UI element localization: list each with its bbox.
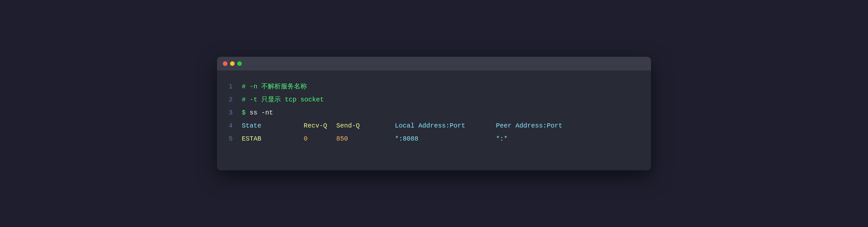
terminal-body: 1 # -n 不解析服务名称 2 # -t 只显示 tcp socket 3 $… <box>217 70 651 155</box>
line-3-content: ss -nt <box>250 106 273 119</box>
title-bar <box>217 57 651 70</box>
data-recvq: 0 <box>304 133 336 145</box>
line-number-3: 3 <box>229 106 238 119</box>
terminal-line-1: 1 # -n 不解析服务名称 <box>229 80 639 93</box>
header-local: Local Address:Port <box>395 119 496 133</box>
data-local: *:8088 <box>395 133 496 145</box>
line-2-content: # -t 只显示 tcp socket <box>242 93 324 106</box>
header-state: State <box>242 119 304 133</box>
line-number-4: 4 <box>229 119 238 133</box>
line-1-content: # -n 不解析服务名称 <box>242 80 307 93</box>
minimize-button[interactable] <box>230 61 235 66</box>
line-3-prompt: $ <box>242 106 250 119</box>
data-state: ESTAB <box>242 133 304 145</box>
close-button[interactable] <box>223 61 227 66</box>
terminal-line-4: 4 State Recv-Q Send-Q Local Address:Port… <box>229 119 639 133</box>
data-peer: *:* <box>496 133 508 145</box>
line-number-5: 5 <box>229 133 238 145</box>
terminal-window: 1 # -n 不解析服务名称 2 # -t 只显示 tcp socket 3 $… <box>217 57 651 170</box>
line-number-2: 2 <box>229 93 238 106</box>
terminal-line-3: 3 $ ss -nt <box>229 106 639 119</box>
terminal-line-5: 5 ESTAB 0 850 *:8088 *:* <box>229 133 639 145</box>
line-number-1: 1 <box>229 80 238 93</box>
data-sendq: 850 <box>336 133 395 145</box>
header-sendq: Send-Q <box>336 119 395 133</box>
header-recvq: Recv-Q <box>304 119 336 133</box>
header-peer: Peer Address:Port <box>496 119 562 133</box>
maximize-button[interactable] <box>237 61 242 66</box>
terminal-line-2: 2 # -t 只显示 tcp socket <box>229 93 639 106</box>
